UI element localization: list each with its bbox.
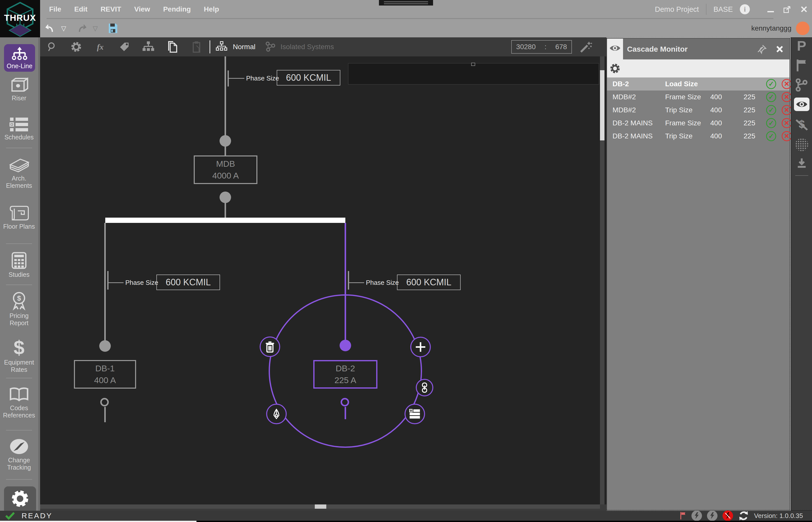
- sidebar-item-equipment-rates[interactable]: $ Equipment Rates: [0, 338, 38, 373]
- reject-icon[interactable]: ✕: [782, 131, 792, 141]
- link-button[interactable]: [416, 379, 433, 396]
- sitemap-icon[interactable]: [136, 41, 160, 53]
- menu-revit[interactable]: REVIT: [101, 5, 121, 13]
- table-row[interactable]: DB-2 Load Size ✓ ✕: [607, 78, 789, 91]
- bolt-icon[interactable]: [691, 510, 702, 521]
- tag-icon[interactable]: [112, 41, 136, 53]
- close-icon[interactable]: [800, 5, 808, 13]
- avatar[interactable]: [796, 22, 810, 35]
- undo-dropdown-icon[interactable]: ▽: [61, 24, 66, 32]
- gear-icon[interactable]: [64, 41, 88, 53]
- menu-file[interactable]: File: [49, 5, 61, 13]
- cascade-monitor-panel[interactable]: Cascade Monitor DB-2 Load Size ✓ ✕ MDB#2…: [606, 38, 790, 510]
- info-icon[interactable]: i: [740, 4, 750, 14]
- sidebar-item-schedules[interactable]: Schedules: [0, 117, 38, 141]
- table-row[interactable]: MDB#2 Trip Size 400 225 ✓ ✕: [607, 103, 789, 117]
- accept-icon[interactable]: ✓: [766, 92, 776, 102]
- sidebar-item-pricing-report[interactable]: $ Pricing Report: [0, 291, 38, 327]
- menu-help[interactable]: Help: [204, 5, 219, 13]
- canvas-horizontal-scrollbar[interactable]: [40, 504, 606, 511]
- sidebar-item-one-line[interactable]: One-Line: [4, 44, 35, 72]
- pen-button[interactable]: [266, 404, 287, 424]
- table-row[interactable]: DB-2 MAINS Trip Size 400 225 ✓ ✕: [607, 129, 789, 143]
- table-row[interactable]: DB-2 MAINS Frame Size 400 225 ✓ ✕: [607, 117, 789, 129]
- branch-icon[interactable]: [795, 79, 809, 92]
- redo-icon[interactable]: [76, 23, 87, 34]
- download-icon[interactable]: [796, 158, 808, 169]
- refresh-icon[interactable]: [738, 510, 749, 521]
- magic-wand-icon[interactable]: [579, 40, 593, 55]
- thrux-logo[interactable]: THRUX: [0, 0, 40, 38]
- paste-icon[interactable]: [185, 41, 209, 53]
- horizontal-scrollbar-track[interactable]: [40, 504, 600, 509]
- settings-button[interactable]: [4, 486, 36, 511]
- menu-view[interactable]: View: [134, 5, 150, 13]
- accept-icon[interactable]: ✓: [766, 79, 776, 89]
- table-row[interactable]: MDB#2 Frame Size 400 225 ✓ ✕: [607, 91, 789, 103]
- list-button[interactable]: [404, 404, 425, 424]
- delete-button[interactable]: [259, 337, 280, 357]
- vertical-scrollbar-thumb[interactable]: [600, 70, 604, 140]
- panel-gear-block[interactable]: [607, 59, 623, 78]
- connection-node-selected[interactable]: [339, 340, 351, 351]
- redo-dropdown-icon[interactable]: ▽: [93, 24, 98, 32]
- normal-mode-label[interactable]: Normal: [233, 43, 255, 51]
- node-mdb[interactable]: MDB 4000 A: [194, 156, 257, 184]
- node-db1[interactable]: DB-1 400 A: [74, 360, 136, 388]
- sidebar-item-change-tracking[interactable]: Change Tracking: [0, 438, 38, 471]
- coordinate-readout[interactable]: 30280 : 678: [511, 40, 572, 54]
- bus-bar[interactable]: [105, 218, 345, 223]
- isolated-systems-icon[interactable]: [262, 41, 278, 53]
- isolated-systems-label[interactable]: Isolated Systems: [280, 43, 334, 51]
- phase-size-value[interactable]: 600 KCMIL: [397, 275, 461, 290]
- bolt-slash-icon[interactable]: [723, 510, 733, 521]
- horizontal-scrollbar-thumb[interactable]: [315, 504, 326, 509]
- close-icon[interactable]: [775, 45, 784, 54]
- accept-icon[interactable]: ✓: [766, 131, 776, 141]
- sidebar-item-codes-references[interactable]: Codes References: [0, 387, 38, 419]
- dollar-slash-icon[interactable]: $: [795, 118, 809, 132]
- window-drag-handle[interactable]: [379, 0, 433, 5]
- add-button[interactable]: [410, 337, 431, 357]
- sidebar-item-riser[interactable]: Riser: [0, 78, 38, 102]
- node-db2-selected[interactable]: DB-2 225 A: [313, 360, 377, 388]
- save-icon[interactable]: [108, 23, 118, 34]
- reject-icon[interactable]: ✕: [782, 105, 792, 115]
- normal-mode-icon[interactable]: [213, 41, 230, 53]
- sidebar-item-arch-elements[interactable]: Arch. Elements: [0, 157, 38, 189]
- restore-icon[interactable]: [783, 5, 791, 14]
- phase-size-value[interactable]: 600 KCMIL: [157, 275, 220, 290]
- accept-icon[interactable]: ✓: [766, 118, 776, 128]
- panel-header[interactable]: Cascade Monitor: [623, 39, 789, 59]
- bolt-icon[interactable]: [707, 510, 717, 521]
- dot-globe-icon[interactable]: [795, 138, 808, 151]
- stub-node[interactable]: [100, 398, 109, 406]
- sidebar-item-studies[interactable]: Studies: [0, 252, 38, 278]
- menu-edit[interactable]: Edit: [74, 5, 87, 13]
- undo-icon[interactable]: [45, 23, 56, 34]
- menu-pending[interactable]: Pending: [163, 5, 191, 13]
- selection-handle[interactable]: [471, 63, 475, 66]
- callout-tick: [348, 271, 349, 289]
- reject-icon[interactable]: ✕: [782, 79, 792, 89]
- eye-icon-selected[interactable]: [794, 98, 810, 111]
- flag-icon[interactable]: [680, 511, 686, 520]
- fx-icon[interactable]: fx: [88, 42, 112, 52]
- reject-icon[interactable]: ✕: [782, 118, 792, 128]
- connection-node[interactable]: [99, 340, 111, 352]
- one-line-canvas[interactable]: Phase Size 600 KCMIL MDB 4000 A Phase Si…: [40, 56, 606, 504]
- search-icon[interactable]: [40, 41, 64, 53]
- stub-node[interactable]: [340, 398, 349, 406]
- environment-badge[interactable]: BASE: [713, 5, 733, 14]
- canvas-vertical-scrollbar[interactable]: [600, 56, 604, 504]
- reject-icon[interactable]: ✕: [782, 92, 792, 102]
- panels-icon[interactable]: P: [797, 39, 806, 53]
- flag-icon[interactable]: [796, 59, 808, 72]
- accept-icon[interactable]: ✓: [766, 105, 776, 115]
- sidebar-item-floor-plans[interactable]: Floor Plans: [0, 205, 38, 230]
- connection-node[interactable]: [220, 192, 231, 203]
- copy-icon[interactable]: [160, 41, 185, 53]
- pin-icon[interactable]: [757, 44, 767, 54]
- minimize-icon[interactable]: [767, 5, 774, 13]
- phase-size-value[interactable]: 600 KCMIL: [277, 70, 340, 85]
